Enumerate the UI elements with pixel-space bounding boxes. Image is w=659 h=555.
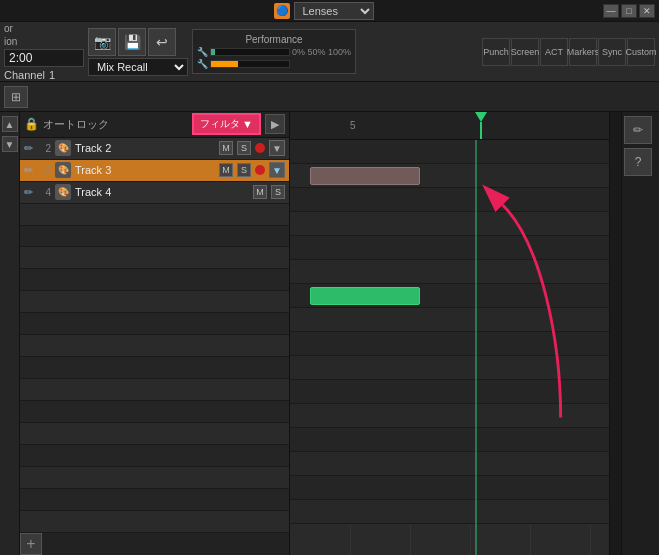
channel-label: Channel — [4, 69, 45, 81]
lenses-dropdown[interactable]: Lenses — [294, 2, 374, 20]
track-row-empty-12 — [20, 445, 289, 467]
mix-recall-dropdown[interactable]: Mix Recall — [88, 58, 188, 76]
track-3-pencil-icon[interactable]: ✏ — [24, 164, 33, 177]
minimize-button[interactable]: — — [603, 4, 619, 18]
track-3-solo-btn[interactable]: S — [237, 163, 251, 177]
clip-green-track[interactable] — [310, 287, 420, 305]
timeline-row-16 — [290, 476, 609, 500]
nav-right-arrow[interactable]: ▶ — [265, 114, 285, 134]
timeline-row-11 — [290, 356, 609, 380]
track-row-empty-6 — [20, 313, 289, 335]
track-row-empty-10 — [20, 401, 289, 423]
performance-title: Performance — [245, 34, 302, 45]
timeline-row-13 — [290, 404, 609, 428]
ruler-marker-5: 5 — [350, 120, 356, 131]
label-or: or — [4, 23, 84, 34]
transport-info: or ion 2:00 Channel 1 — [4, 23, 84, 81]
camera-button[interactable]: 📷 — [88, 28, 116, 56]
perf-bar-fill-1 — [211, 49, 215, 55]
custom-tab[interactable]: Custom — [627, 38, 655, 66]
track-4-mute-btn[interactable]: M — [253, 185, 267, 199]
track-4-number: 4 — [37, 187, 51, 198]
clip-gray-track3[interactable] — [310, 167, 420, 185]
track-area: 🔒 オートロック フィルタ ▼ ▶ ✏ 2 🎨 Track 2 M S ▼ — [20, 112, 659, 555]
timeline-row-5 — [290, 212, 609, 236]
title-bar-center: 🔵 Lenses — [274, 2, 374, 20]
left-btn-2[interactable]: ▼ — [2, 136, 18, 152]
track-row-2: ✏ 2 🎨 Track 2 M S ▼ — [20, 138, 289, 160]
perf-row-2: 🔧 — [197, 59, 351, 69]
close-button[interactable]: ✕ — [639, 4, 655, 18]
track-row-empty-9 — [20, 379, 289, 401]
screen-tab[interactable]: Screen — [511, 38, 539, 66]
track-4-solo-btn[interactable]: S — [271, 185, 285, 199]
track-row-empty-11 — [20, 423, 289, 445]
top-tab-group: Punch Screen ACT Markers Sync Custom — [482, 38, 655, 66]
mix-recall-row: Mix Recall — [88, 58, 188, 76]
vertical-scrollbar[interactable] — [609, 112, 621, 555]
track-row-empty-14 — [20, 489, 289, 511]
sync-tab[interactable]: Sync — [598, 38, 626, 66]
track-row-4: ✏ 4 🎨 Track 4 M S — [20, 182, 289, 204]
track-row-3: ✏ 3 🎨 Track 3 M S ▼ — [20, 160, 289, 182]
playhead-container — [475, 112, 487, 139]
track-row-empty-1 — [20, 204, 289, 226]
track-3-mute-btn[interactable]: M — [219, 163, 233, 177]
save-button[interactable]: 💾 — [118, 28, 146, 56]
window-controls[interactable]: — □ ✕ — [603, 4, 655, 18]
timeline-ruler: 5 — [290, 112, 609, 140]
undo-button[interactable]: ↩ — [148, 28, 176, 56]
left-btn-1[interactable]: ▲ — [2, 116, 18, 132]
track-2-rec-btn[interactable] — [255, 143, 265, 153]
timeline-row-6 — [290, 236, 609, 260]
title-bar: 🔵 Lenses — □ ✕ — [0, 0, 659, 22]
track-row-empty-15 — [20, 511, 289, 533]
playhead-track-line — [475, 140, 477, 555]
label-ion: ion — [4, 36, 84, 47]
filter-label: フィルタ — [200, 117, 240, 131]
track-header-top-bar: 🔒 オートロック フィルタ ▼ ▶ — [20, 112, 289, 138]
track-2-solo-btn[interactable]: S — [237, 141, 251, 155]
track-row-empty-7 — [20, 335, 289, 357]
right-panel-icon-2[interactable]: ? — [624, 148, 652, 176]
perf-icon-2: 🔧 — [197, 59, 208, 69]
track-4-pencil-icon[interactable]: ✏ — [24, 186, 33, 199]
track-4-thumb: 🎨 — [55, 184, 71, 200]
track-row-empty-13 — [20, 467, 289, 489]
maximize-button[interactable]: □ — [621, 4, 637, 18]
add-track-button[interactable]: + — [20, 533, 42, 555]
track-2-name: Track 2 — [75, 142, 215, 154]
right-panel-icon-1[interactable]: ✏ — [624, 116, 652, 144]
track-2-filter-btn[interactable]: ▼ — [269, 140, 285, 156]
add-track-row: + — [20, 533, 289, 555]
track-row-empty-4 — [20, 269, 289, 291]
punch-tab[interactable]: Punch — [482, 38, 510, 66]
track-3-rec-btn[interactable] — [255, 165, 265, 175]
track-row-empty-3 — [20, 247, 289, 269]
time-display: 2:00 — [4, 49, 84, 67]
timeline-row-10 — [290, 332, 609, 356]
app-icon: 🔵 — [274, 3, 290, 19]
track-3-filter-btn[interactable]: ▼ — [269, 162, 285, 178]
perf-bar-bg-1 — [210, 48, 290, 56]
markers-tab[interactable]: Markers — [569, 38, 597, 66]
channel-row: Channel 1 — [4, 69, 84, 81]
track-2-pencil-icon[interactable]: ✏ — [24, 142, 33, 155]
filter-button[interactable]: フィルタ ▼ — [192, 113, 261, 135]
channel-num: 1 — [49, 69, 55, 81]
playhead-triangle — [475, 112, 487, 122]
timeline-row-7 — [290, 260, 609, 284]
timeline-row-15 — [290, 452, 609, 476]
perf-row-1: 🔧 0% 50% 100% — [197, 47, 351, 57]
timeline-tracks — [290, 140, 609, 555]
track-2-mute-btn[interactable]: M — [219, 141, 233, 155]
performance-bars: 🔧 0% 50% 100% 🔧 — [197, 47, 351, 69]
timeline-row-17 — [290, 500, 609, 524]
grid-view-btn[interactable]: ⊞ — [4, 86, 28, 108]
main-toolbar: or ion 2:00 Channel 1 📷 💾 ↩ Mix Recall P… — [0, 22, 659, 82]
performance-section: Performance 🔧 0% 50% 100% 🔧 — [192, 29, 356, 74]
timeline-row-4 — [290, 188, 609, 212]
act-tab[interactable]: ACT — [540, 38, 568, 66]
track-2-thumb: 🎨 — [55, 140, 71, 156]
track-row-empty-2 — [20, 226, 289, 248]
